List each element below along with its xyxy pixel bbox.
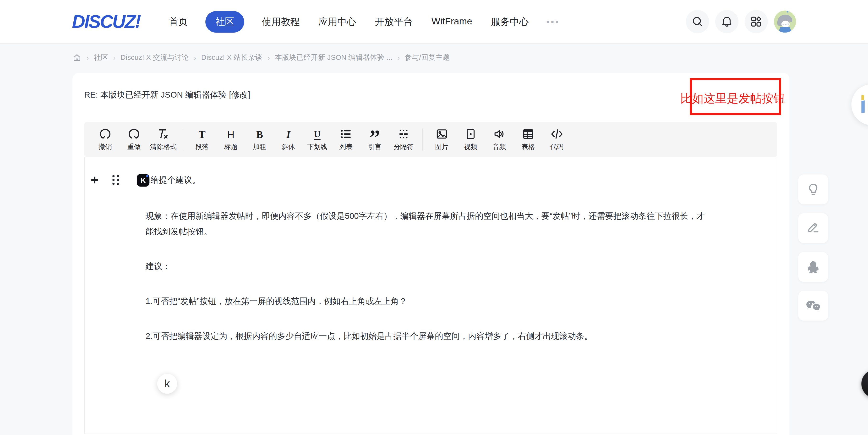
heading-icon: H [227, 128, 235, 140]
toolbar-divider [423, 128, 423, 151]
nav-item-service-center[interactable]: 服务中心 [490, 11, 530, 32]
insert-image-button[interactable]: 图片 [429, 124, 455, 155]
list-button[interactable]: 列表 [333, 124, 359, 155]
notifications-icon [721, 16, 733, 28]
write-post-button[interactable] [798, 213, 828, 243]
insert-audio-button[interactable]: 音频 [487, 124, 512, 155]
notifications-button[interactable] [715, 10, 738, 33]
apps-icon [750, 16, 762, 28]
breadcrumb-item[interactable]: Discuz! X 交流与讨论 [121, 53, 189, 63]
nav-item-home[interactable]: 首页 [168, 11, 189, 32]
search-button[interactable] [686, 10, 709, 33]
floating-rail [798, 174, 828, 320]
kimi-inline-bubble[interactable]: k [157, 374, 177, 394]
editor-content-area[interactable]: + K 给提个建议。 现象：在使用新编辑器发帖时，即便内容不多（假设是500字左… [84, 157, 777, 434]
qq-icon [805, 259, 821, 275]
home-icon[interactable] [72, 53, 81, 62]
drag-handle[interactable] [110, 174, 122, 186]
user-avatar[interactable] [774, 10, 796, 33]
editor-paragraph[interactable]: 建议： [146, 259, 710, 274]
page: DISCUZ! 首页 社区 使用教程 应用中心 开放平台 WitFrame 服务… [0, 0, 868, 435]
page-title: RE: 本版块已经开新 JSON 编辑器体验 [修改] [84, 90, 250, 100]
reply-editor-card: RE: 本版块已经开新 JSON 编辑器体验 [修改] 撤销 [72, 73, 789, 435]
bold-icon: B [256, 128, 263, 140]
paragraph-button[interactable]: T 段落 [189, 124, 215, 155]
undo-icon [99, 128, 112, 140]
video-icon [464, 128, 477, 140]
kimi-mention-badge[interactable]: K [137, 174, 149, 186]
insert-code-button[interactable]: 代码 [544, 124, 570, 155]
wechat-contact-button[interactable] [798, 291, 828, 321]
nav-item-community[interactable]: 社区 [206, 11, 244, 32]
editor-paragraph[interactable]: 1.可否把“发帖”按钮，放在第一屏的视线范围内，例如右上角或左上角？ [146, 293, 710, 309]
brand-widget-bubble[interactable] [851, 84, 868, 125]
paragraph-icon: T [199, 128, 206, 140]
code-icon [550, 128, 564, 140]
kimi-assistant-fab[interactable]: K [861, 370, 868, 398]
top-navbar: DISCUZ! 首页 社区 使用教程 应用中心 开放平台 WitFrame 服务… [0, 0, 868, 44]
underline-icon: U [314, 128, 320, 140]
image-icon [436, 128, 448, 140]
breadcrumb-item[interactable]: 本版块已经开新 JSON 编辑器体验 ... [275, 53, 393, 63]
undo-button[interactable]: 撤销 [93, 124, 118, 155]
nav-item-witframe[interactable]: WitFrame [430, 12, 473, 32]
isometric-logo-icon [858, 92, 868, 117]
apps-button[interactable] [745, 10, 768, 33]
qq-contact-button[interactable] [798, 252, 828, 282]
italic-icon: I [286, 128, 290, 140]
pencil-icon [806, 221, 820, 235]
nav-item-app-center[interactable]: 应用中心 [317, 11, 358, 32]
divider-block-button[interactable]: 分隔符 [391, 124, 416, 155]
bold-button[interactable]: B 加粗 [247, 124, 273, 155]
audio-icon [493, 128, 505, 140]
editor-paragraph[interactable]: 现象：在使用新编辑器发帖时，即便内容不多（假设是500字左右），编辑器在屏幕所占… [146, 208, 710, 239]
breadcrumb-item[interactable]: Discuz! X 站长杂谈 [201, 53, 262, 63]
nav-item-tutorials[interactable]: 使用教程 [261, 11, 301, 32]
redo-icon [128, 128, 140, 140]
italic-button[interactable]: I 斜体 [276, 124, 301, 155]
editor-paragraph[interactable]: 2.可否把编辑器设定为，根据内容的多少自适应一点，比如初始是占据半个屏幕的空间，… [146, 328, 710, 344]
underline-button[interactable]: U 下划线 [305, 124, 330, 155]
quote-button[interactable]: ” 引言 [362, 124, 388, 155]
breadcrumb: › 社区 › Discuz! X 交流与讨论 › Discuz! X 站长杂谈 … [72, 53, 450, 63]
heading-button[interactable]: H 标题 [218, 124, 244, 155]
editor-block-row: + K 给提个建议。 [85, 172, 200, 188]
quote-icon: ” [370, 128, 380, 140]
editor-paragraphs[interactable]: 现象：在使用新编辑器发帖时，即便内容不多（假设是500字左右），编辑器在屏幕所占… [146, 208, 710, 363]
navbar-actions [686, 10, 796, 33]
wechat-icon [805, 298, 822, 314]
toolbar-divider [183, 128, 183, 151]
editor-first-line[interactable]: 给提个建议。 [151, 175, 200, 185]
lightbulb-icon [806, 182, 820, 197]
redo-button[interactable]: 重做 [121, 124, 147, 155]
insert-video-button[interactable]: 视频 [458, 124, 484, 155]
nav-more-button[interactable]: ••• [547, 17, 560, 26]
insert-table-button[interactable]: 表格 [516, 124, 541, 155]
clear-format-icon [157, 128, 169, 140]
list-icon [340, 128, 352, 140]
search-icon [691, 16, 704, 28]
annotation-text: 比如这里是发帖按钮 [680, 91, 785, 107]
feedback-button[interactable] [798, 174, 828, 204]
notification-dot [146, 175, 148, 177]
add-block-button[interactable]: + [86, 172, 103, 188]
nav-item-open-platform[interactable]: 开放平台 [374, 11, 414, 32]
editor-toolbar: 撤销 重做 清除格式 [84, 122, 777, 157]
clear-format-button[interactable]: 清除格式 [150, 124, 177, 155]
divider-icon [398, 128, 410, 140]
main-nav: 首页 社区 使用教程 应用中心 开放平台 WitFrame 服务中心 ••• [168, 11, 560, 32]
breadcrumb-item-current[interactable]: 参与/回复主题 [405, 53, 450, 63]
discuz-logo[interactable]: DISCUZ! [72, 11, 140, 32]
breadcrumb-item[interactable]: 社区 [94, 53, 108, 63]
table-icon [522, 128, 534, 140]
